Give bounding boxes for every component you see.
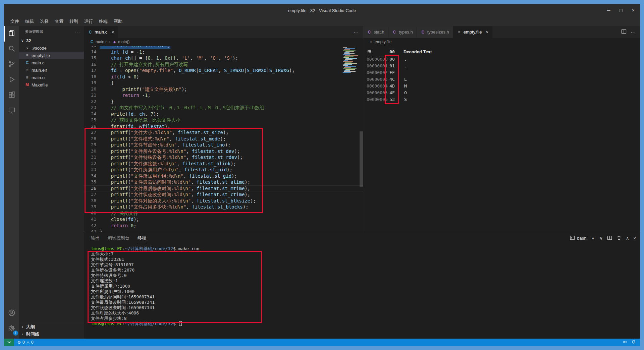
code-line[interactable]: 28 printf("文件模式:%d\n", filestat.st_mode)…	[84, 136, 363, 142]
code-line[interactable]: 14 int fd = -1;	[84, 49, 363, 55]
code-line[interactable]: 32 printf("文件连接数:%ld\n", filestat.st_nli…	[84, 161, 363, 167]
breadcrumb-item[interactable]: ◆main()	[112, 40, 129, 44]
chevron-up-icon[interactable]: ∧	[626, 236, 629, 241]
sidebar-item-main.o[interactable]: ≡main.o	[19, 74, 84, 81]
menu-item[interactable]: 终端	[96, 18, 111, 24]
split-terminal-icon[interactable]	[607, 235, 612, 241]
section-timeline[interactable]: › 时间线	[19, 331, 84, 338]
hex-row[interactable]: 00000002FF	[367, 69, 640, 76]
remote-indicator[interactable]: ><	[4, 339, 14, 346]
more-actions-icon[interactable]: ···	[75, 29, 80, 34]
menu-item[interactable]: 查看	[52, 18, 66, 24]
hex-byte[interactable]: 00	[385, 56, 399, 63]
tab-typesizes.h[interactable]: Ctypesizes.h	[417, 26, 453, 38]
panel-tab-终端[interactable]: 终端	[138, 232, 146, 244]
hex-byte[interactable]: 4F	[385, 90, 399, 96]
menu-item[interactable]: 运行	[81, 18, 96, 24]
hex-byte[interactable]: 4D	[385, 83, 399, 90]
hex-row[interactable]: 0000000653S	[367, 96, 640, 103]
code-line[interactable]: 42 return 0;	[84, 223, 363, 229]
more-actions-icon[interactable]: ···	[354, 30, 359, 35]
split-editor-icon[interactable]	[621, 29, 627, 36]
terminal[interactable]: lmos@lmos-PC:~/计算机基础/code/32$ make run文件…	[84, 244, 640, 339]
close-tab-icon[interactable]: ×	[111, 30, 114, 35]
code-line[interactable]: 15 char ch[] = {0, 1, 0xff, 'L', 'M', 'O…	[84, 55, 363, 61]
code-line[interactable]: 27 printf("文件大小:%ld\n", filestat.st_size…	[84, 129, 363, 136]
code-line[interactable]: 37 printf("文件状态改变时间:%ld\n", filestat.st_…	[84, 191, 363, 198]
code-line[interactable]: 30 printf("文件所在设备号:%ld\n", filestat.st_d…	[84, 148, 363, 155]
code-line[interactable]: 40 // 关闭文件	[84, 210, 363, 217]
hex-row[interactable]: 0000000101.	[367, 63, 640, 69]
trash-icon[interactable]	[616, 235, 622, 241]
more-actions-icon[interactable]: ···	[631, 30, 636, 35]
activity-search-button[interactable]	[4, 42, 19, 57]
code-line[interactable]: 21 return -1;	[84, 92, 363, 99]
tab-types.h[interactable]: Ctypes.h	[388, 26, 417, 38]
chevron-down-icon[interactable]: ∨	[599, 236, 603, 241]
activity-extensions-button[interactable]	[4, 88, 19, 103]
activity-remote-explorer-button[interactable]	[4, 103, 19, 119]
bell-icon[interactable]	[631, 340, 636, 345]
hex-row[interactable]: 000000034CL	[367, 76, 640, 83]
close-button[interactable]: ×	[632, 8, 635, 13]
menu-item[interactable]: 帮助	[111, 18, 125, 24]
menu-item[interactable]: 选择	[37, 18, 52, 24]
scrollbar-thumb[interactable]	[360, 131, 363, 187]
code-line[interactable]: 36 printf("文件最后修改时间:%ld\n", filestat.st_…	[84, 185, 363, 192]
close-panel-icon[interactable]: ×	[633, 236, 636, 241]
code-line[interactable]: 38 printf("文件对应的块大小:%ld\n", filestat.st_…	[84, 198, 363, 204]
code-line[interactable]: 41 close(fd);	[84, 216, 363, 223]
menu-item[interactable]: 文件	[7, 18, 22, 24]
code-line[interactable]: 24 write(fd, ch, 7);	[84, 111, 363, 117]
minimize-button[interactable]: ─	[607, 8, 610, 13]
feedback-icon[interactable]	[623, 340, 627, 345]
hex-byte[interactable]: FF	[385, 69, 399, 76]
code-line[interactable]: 29 printf("文件节点号:%ld\n", filestat.st_ino…	[84, 142, 363, 148]
hex-editor[interactable]: 00 Decoded Text 0000000000.0000000101.00…	[363, 46, 640, 232]
code-line[interactable]: 16 // 打开并建立文件,所有用户可读写	[84, 61, 363, 68]
activity-explorer-button[interactable]	[4, 26, 19, 42]
code-line[interactable]: 34 printf("文件所属用户组:%d\n", filestat.st_gi…	[84, 173, 363, 179]
code-line[interactable]: 33 printf("文件所属用户:%d\n", filestat.st_uid…	[84, 167, 363, 173]
problems-status[interactable]: ⊘ 0 △ 0	[14, 340, 37, 345]
code-line[interactable]: 23 // 向文件中写入7个字节，0，1，0xff，L，M，O，S它们来源于ch…	[84, 105, 363, 111]
code-line[interactable]: 31 printf("文件特殊设备号:%ld\n", filestat.st_r…	[84, 154, 363, 161]
code-line[interactable]: 13 struct stat filestat;	[84, 46, 363, 49]
activity-run-debug-button[interactable]	[4, 72, 19, 88]
tree-root-folder[interactable]: ∨ 32	[19, 37, 84, 44]
tab-empty.file[interactable]: ≡empty.file×	[453, 26, 493, 38]
hex-byte[interactable]: 4C	[385, 76, 399, 83]
code-line[interactable]: 25 // 获取文件信息，比如文件大小	[84, 117, 363, 123]
close-tab-icon[interactable]: ×	[486, 30, 488, 35]
code-line[interactable]: 35 printf("文件最后访问时间:%ld\n", filestat.st_…	[84, 179, 363, 185]
menu-item[interactable]: 转到	[66, 18, 81, 24]
account-button[interactable]	[4, 306, 19, 321]
new-terminal-icon[interactable]: ＋	[591, 235, 595, 241]
code-editor[interactable]: 13 struct stat filestat;14 int fd = -1;1…	[84, 46, 363, 232]
shell-selector[interactable]: bash	[570, 235, 586, 241]
code-line[interactable]: 26 fstat(fd, &filestat);	[84, 123, 363, 130]
sidebar-item-main.elf[interactable]: ≡main.elf	[19, 66, 84, 74]
breadcrumb-item[interactable]: ≡empty.file	[369, 40, 391, 44]
code-line[interactable]: 20 printf("建立文件失败\n");	[84, 86, 363, 93]
settings-button[interactable]: 1	[4, 321, 19, 337]
sidebar-item-main.c[interactable]: Cmain.c	[19, 59, 84, 66]
maximize-button[interactable]: □	[620, 8, 622, 13]
sidebar-item-Makefile[interactable]: MMakefile	[19, 81, 84, 89]
panel-tab-输出[interactable]: 输出	[91, 232, 100, 244]
gear-icon[interactable]	[367, 49, 385, 54]
hex-row[interactable]: 000000044DM	[367, 83, 640, 90]
panel-tab-调试控制台[interactable]: 调试控制台	[108, 232, 129, 244]
code-line[interactable]: 18 if(fd < 0)	[84, 74, 363, 80]
menu-item[interactable]: 编辑	[22, 18, 37, 24]
breadcrumb-item[interactable]: Cmain.c	[90, 40, 107, 44]
code-line[interactable]: 22 }	[84, 99, 363, 105]
tab-main.c[interactable]: Cmain.c×	[84, 26, 118, 38]
minimap[interactable]	[342, 47, 358, 76]
hex-row[interactable]: 000000054FO	[367, 90, 640, 96]
hex-row[interactable]: 0000000000.	[367, 56, 640, 63]
code-line[interactable]: 19 {	[84, 80, 363, 86]
code-line[interactable]: 17 fd = open("empty.file", O_RDWR|O_CREA…	[84, 67, 363, 74]
section-outline[interactable]: › 大纲	[19, 323, 84, 331]
hex-byte[interactable]: 53	[385, 96, 399, 103]
